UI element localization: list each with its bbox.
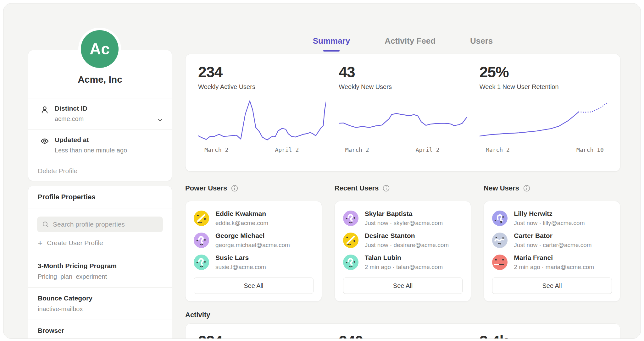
power-users-card: Eddie Kwakman eddie.k@acme.com George Mi… xyxy=(185,201,322,302)
create-user-profile-button[interactable]: + Create User Profile xyxy=(38,239,162,247)
property-item-browser[interactable]: Browser Chrome xyxy=(28,320,172,339)
new-users-title: New Users xyxy=(484,184,519,192)
user-meta: Just now · lilly@acme.com xyxy=(514,220,585,227)
distinct-id-value: acme.com xyxy=(55,115,162,123)
user-name: Lilly Herwitz xyxy=(514,210,585,217)
stat-label: Weekly New Users xyxy=(339,83,467,91)
stat-value: 234 xyxy=(198,63,326,81)
user-avatar xyxy=(343,233,358,248)
see-all-button[interactable]: See All xyxy=(343,278,463,294)
user-avatar xyxy=(343,255,358,270)
user-row[interactable]: George Michael george.michael@acme.com xyxy=(194,232,314,249)
company-profile-card: Acme, Inc Distinct ID acme.com Updated a… xyxy=(28,50,172,181)
user-sections: Power Users Eddie Kwakman eddie.k@acme.c… xyxy=(185,184,620,302)
user-email: susie.l@acme.com xyxy=(215,264,266,271)
property-item-bounce-category[interactable]: Bounce Category inactive-mailbox xyxy=(28,287,172,320)
week1-retention-chart xyxy=(480,97,608,145)
x-axis: March 2 March 10 xyxy=(480,146,608,154)
property-name: 3-Month Pricing Program xyxy=(38,262,162,270)
search-icon xyxy=(42,221,49,228)
user-row[interactable]: Maria Franci 2 min ago · maria@acme.com xyxy=(492,254,612,271)
user-row[interactable]: Susie Lars susie.l@acme.com xyxy=(194,254,314,271)
new-users-card: Lilly Herwitz Just now · lilly@acme.com … xyxy=(484,201,620,302)
stat-label: Week 1 New User Retention xyxy=(480,83,608,91)
profile-properties-title: Profile Properties xyxy=(28,186,172,208)
user-avatar xyxy=(492,233,508,248)
user-row[interactable]: Desirae Stanton Just now · desirare@acme… xyxy=(343,232,463,249)
activity-title: Activity xyxy=(185,311,210,319)
user-row[interactable]: Skylar Baptista Just now · skyler@acme.c… xyxy=(343,210,463,227)
user-row[interactable]: Eddie Kwakman eddie.k@acme.com xyxy=(194,210,314,227)
x-tick-label: April 2 xyxy=(275,146,299,153)
distinct-id-row[interactable]: Distinct ID acme.com xyxy=(28,98,172,129)
user-name: Eddie Kwakman xyxy=(215,210,268,217)
user-meta: 2 min ago · maria@acme.com xyxy=(514,264,594,271)
see-all-button[interactable]: See All xyxy=(194,278,314,294)
user-name: Carter Bator xyxy=(514,232,591,239)
company-avatar: Ac xyxy=(81,30,119,68)
activity-card: 234 240 3.4k xyxy=(185,323,620,339)
power-users-title: Power Users xyxy=(185,184,227,192)
see-all-button[interactable]: See All xyxy=(492,278,612,294)
create-user-profile-label: Create User Profile xyxy=(47,239,103,247)
user-name: George Michael xyxy=(215,232,290,239)
x-axis: March 2 April 2 xyxy=(339,146,467,154)
user-row[interactable]: Carter Bator Just now · carter@acme.com xyxy=(492,232,612,249)
activity-stat-value: 234 xyxy=(198,333,326,339)
user-name: Susie Lars xyxy=(215,254,266,261)
tab-summary[interactable]: Summary xyxy=(313,36,350,52)
info-icon[interactable] xyxy=(523,185,530,192)
user-avatar xyxy=(194,211,209,226)
x-axis: March 2 April 2 xyxy=(198,146,326,154)
app-window: Ac Acme, Inc Distinct ID acme.com Update… xyxy=(3,3,641,339)
tab-users[interactable]: Users xyxy=(470,36,493,52)
user-row[interactable]: Lilly Herwitz Just now · lilly@acme.com xyxy=(492,210,612,227)
user-name: Talan Lubin xyxy=(365,254,443,261)
user-meta: Just now · skyler@acme.com xyxy=(365,220,443,227)
property-name: Browser xyxy=(38,327,162,334)
stat-label: Weekly Active Users xyxy=(198,83,326,91)
user-meta: Just now · carter@acme.com xyxy=(514,242,591,249)
user-meta: Just now · desirare@acme.com xyxy=(365,242,449,249)
property-name: Bounce Category xyxy=(38,294,162,302)
user-avatar xyxy=(194,233,209,248)
user-name: Skylar Baptista xyxy=(365,210,443,217)
tab-activity-feed[interactable]: Activity Feed xyxy=(385,36,436,52)
x-tick-label: March 2 xyxy=(486,146,510,153)
search-input[interactable] xyxy=(53,221,158,228)
user-email: george.michael@acme.com xyxy=(215,242,290,249)
user-name: Maria Franci xyxy=(514,254,594,261)
user-avatar xyxy=(194,255,209,270)
chevron-down-icon[interactable] xyxy=(157,117,164,124)
user-name: Desirae Stanton xyxy=(365,232,449,239)
delete-profile-button[interactable]: Delete Profile xyxy=(28,161,172,181)
profile-properties-card: Profile Properties + Create User Profile… xyxy=(28,186,172,339)
activity-stat-value: 240 xyxy=(339,333,467,339)
person-icon xyxy=(40,105,49,114)
user-avatar xyxy=(343,211,358,226)
stat-value: 25% xyxy=(480,63,608,81)
recent-users-title: Recent Users xyxy=(335,184,379,192)
property-value: inactive-mailbox xyxy=(38,305,162,313)
recent-users-section: Recent Users Skylar Baptista Just now · … xyxy=(335,184,471,302)
property-item-pricing-program[interactable]: 3-Month Pricing Program Pricing_plan_exp… xyxy=(28,255,172,287)
user-row[interactable]: Talan Lubin 2 min ago · talan@acme.com xyxy=(343,254,463,271)
stat-value: 43 xyxy=(339,63,467,81)
x-tick-label: March 2 xyxy=(345,146,369,153)
property-value: Pricing_plan_experiment xyxy=(38,273,162,280)
recent-users-card: Skylar Baptista Just now · skyler@acme.c… xyxy=(335,201,471,302)
weekly-new-users-chart xyxy=(339,97,467,145)
x-tick-label: March 2 xyxy=(204,146,228,153)
info-icon[interactable] xyxy=(383,185,390,192)
updated-at-value: Less than one minute ago xyxy=(55,147,162,154)
summary-card: 234 Weekly Active Users March 2 April 2 … xyxy=(185,54,620,172)
info-icon[interactable] xyxy=(231,185,238,192)
stat-week1-retention: 25% Week 1 New User Retention March 2 Ma… xyxy=(480,63,608,171)
user-meta: 2 min ago · talan@acme.com xyxy=(365,264,443,271)
new-users-section: New Users Lilly Herwitz Just now · lilly… xyxy=(484,184,620,302)
eye-icon xyxy=(40,137,49,146)
activity-stat-value: 3.4k xyxy=(480,333,608,339)
updated-at-label: Updated at xyxy=(55,136,162,144)
property-value: Chrome xyxy=(38,338,162,339)
search-profile-properties[interactable] xyxy=(37,217,163,232)
